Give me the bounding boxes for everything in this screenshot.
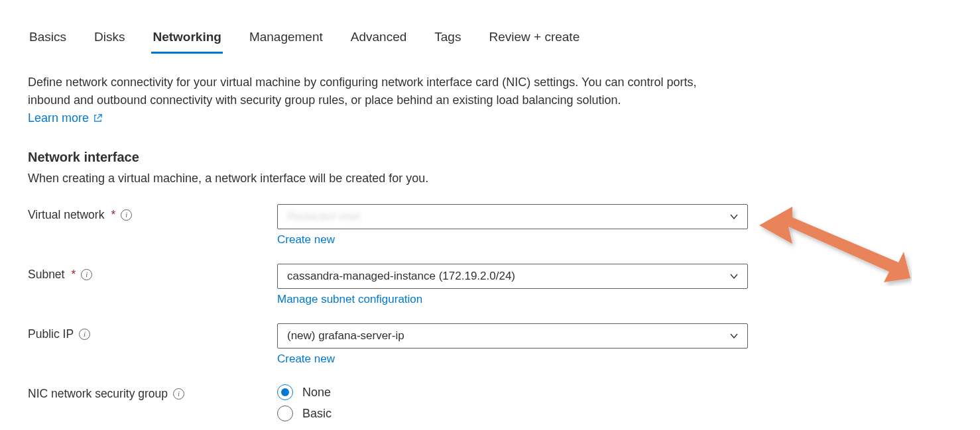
info-icon[interactable]: i xyxy=(173,388,184,400)
required-marker: * xyxy=(71,268,76,282)
radio-nsg-basic-label: Basic xyxy=(302,407,332,421)
chevron-down-icon xyxy=(727,210,741,223)
radio-icon xyxy=(277,384,293,400)
link-manage-subnet[interactable]: Manage subnet configuration xyxy=(277,293,422,306)
row-virtual-network: Virtual network * i Redacted vnet Create… xyxy=(28,204,953,258)
tab-review-create[interactable]: Review + create xyxy=(487,28,581,54)
tab-advanced[interactable]: Advanced xyxy=(349,28,408,54)
row-public-ip: Public IP i (new) grafana-server-ip Crea… xyxy=(28,323,953,378)
chevron-down-icon xyxy=(727,270,741,283)
tab-disks[interactable]: Disks xyxy=(93,28,126,54)
tab-management[interactable]: Management xyxy=(248,28,324,54)
link-public-ip-create-new[interactable]: Create new xyxy=(277,352,335,366)
chevron-down-icon xyxy=(727,329,741,343)
radio-group-nsg: None Basic xyxy=(277,383,748,421)
description-text: Define network connectivity for your vir… xyxy=(28,76,696,107)
label-subnet: Subnet xyxy=(28,268,64,282)
row-subnet: Subnet * i cassandra-managed-instance (1… xyxy=(28,264,953,318)
dropdown-virtual-network[interactable]: Redacted vnet xyxy=(277,204,748,229)
section-title-network-interface: Network interface xyxy=(28,150,953,165)
section-subtitle: When creating a virtual machine, a netwo… xyxy=(28,172,953,186)
info-icon[interactable]: i xyxy=(121,209,132,221)
label-nsg: NIC network security group xyxy=(28,387,168,401)
row-nsg: NIC network security group i None Basic xyxy=(28,383,953,421)
tab-networking[interactable]: Networking xyxy=(151,28,222,54)
radio-icon xyxy=(277,405,293,421)
learn-more-label: Learn more xyxy=(28,109,89,127)
networking-description: Define network connectivity for your vir… xyxy=(28,74,731,127)
radio-nsg-basic[interactable]: Basic xyxy=(277,405,748,421)
dropdown-subnet[interactable]: cassandra-managed-instance (172.19.2.0/2… xyxy=(277,264,748,289)
external-link-icon xyxy=(93,113,103,123)
radio-nsg-none[interactable]: None xyxy=(277,384,748,400)
dropdown-subnet-value: cassandra-managed-instance (172.19.2.0/2… xyxy=(287,270,515,283)
label-virtual-network: Virtual network xyxy=(28,208,104,222)
link-vnet-create-new[interactable]: Create new xyxy=(277,233,335,246)
dropdown-virtual-network-value: Redacted vnet xyxy=(287,210,360,223)
tab-tags[interactable]: Tags xyxy=(433,28,462,54)
required-marker: * xyxy=(111,208,115,222)
dropdown-public-ip-value: (new) grafana-server-ip xyxy=(287,329,404,343)
learn-more-link[interactable]: Learn more xyxy=(28,109,103,127)
dropdown-public-ip[interactable]: (new) grafana-server-ip xyxy=(277,323,748,349)
info-icon[interactable]: i xyxy=(81,269,92,280)
radio-nsg-none-label: None xyxy=(302,386,331,400)
tab-basics[interactable]: Basics xyxy=(28,28,68,54)
info-icon[interactable]: i xyxy=(79,329,90,340)
label-public-ip: Public IP xyxy=(28,327,74,341)
tabs-bar: Basics Disks Networking Management Advan… xyxy=(28,28,953,54)
